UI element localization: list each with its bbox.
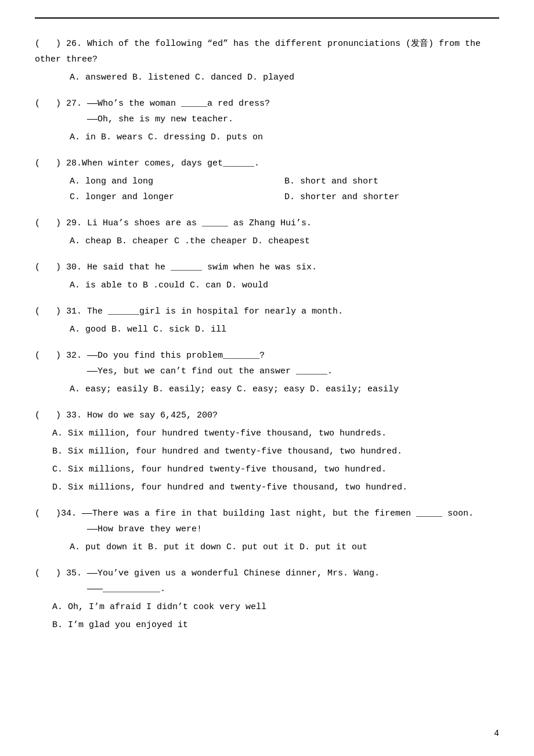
option-full-item: C. Six millions, four hundred twenty-fiv… [52,462,499,477]
question-subtext-34: ——How brave they were! [87,521,499,537]
question-subtext-32: ——Yes, but we can’t find out the answer … [87,363,499,379]
options-27: A. in B. wears C. dressing D. puts on [70,129,499,145]
question-34: ( )34. ——There was a fire in that buildi… [35,506,499,555]
option-item: D. shorter and shorter [284,189,499,205]
question-text-26: ( ) 26. Which of the following “ed” has … [35,36,499,67]
question-text-33: ( ) 33. How do we say 6,425, 200? [35,408,499,423]
option-full-item: A. Oh, I’m afraid I didn’t cook very wel… [52,599,499,615]
question-28: ( ) 28.When winter comes, days get______… [35,156,499,205]
options-29: A. cheap B. cheaper C .the cheaper D. ch… [70,233,499,249]
question-text-30: ( ) 30. He said that he ______ swim when… [35,260,499,275]
options-34: A. put down it B. put it down C. put out… [70,539,499,555]
question-35: ( ) 35. ——You’ve given us a wonderful Ch… [35,566,499,633]
option-full-item: B. I’m glad you enjoyed it [52,617,499,633]
options-30: A. is able to B .could C. can D. would [70,278,499,293]
question-text-31: ( ) 31. The ______girl is in hospital fo… [35,304,499,319]
page-number: 4 [494,729,499,739]
option-item: A. long and long [70,174,284,189]
question-29: ( ) 29. Li Hua’s shoes are as _____ as Z… [35,215,499,249]
options-32: A. easy; easily B. easily; easy C. easy;… [70,381,499,397]
option-full-item: A. Six million, four hundred twenty-five… [52,426,499,441]
question-text-27: ( ) 27. ——Who’s the woman _____a red dre… [35,96,499,111]
option-full-item: B. Six million, four hundred and twenty-… [52,444,499,459]
question-text-28: ( ) 28.When winter comes, days get______… [35,156,499,171]
top-divider [35,17,499,19]
option-full-item: D. Six millions, four hundred and twenty… [52,480,499,495]
question-subtext-27: ——Oh, she is my new teacher. [87,111,499,127]
question-32: ( ) 32. ——Do you find this problem______… [35,348,499,397]
question-31: ( ) 31. The ______girl is in hospital fo… [35,304,499,337]
question-33: ( ) 33. How do we say 6,425, 200?A. Six … [35,408,499,495]
question-text-29: ( ) 29. Li Hua’s shoes are as _____ as Z… [35,215,499,231]
option-item: C. longer and longer [70,189,284,205]
question-text-35: ( ) 35. ——You’ve given us a wonderful Ch… [35,566,499,581]
options-26: A. answered B. listened C. danced D. pla… [70,70,499,85]
options-31: A. good B. well C. sick D. ill [70,322,499,337]
option-item: B. short and short [284,174,499,189]
question-27: ( ) 27. ——Who’s the woman _____a red dre… [35,96,499,145]
question-text-34: ( )34. ——There was a fire in that buildi… [35,506,499,521]
questions-container: ( ) 26. Which of the following “ed” has … [35,36,499,633]
options-28: A. long and longB. short and shortC. lon… [70,174,499,205]
question-text-32: ( ) 32. ——Do you find this problem______… [35,348,499,363]
question-30: ( ) 30. He said that he ______ swim when… [35,260,499,293]
question-26: ( ) 26. Which of the following “ed” has … [35,36,499,85]
question-subtext-35: ———___________. [87,581,499,597]
